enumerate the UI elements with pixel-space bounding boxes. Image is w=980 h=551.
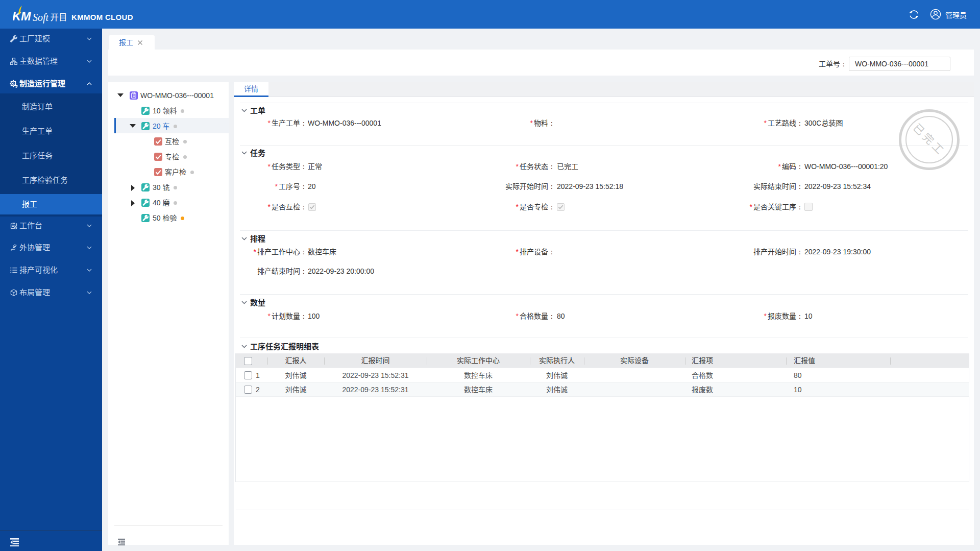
svg-text:Soft: Soft: [33, 12, 49, 23]
svg-text:KM: KM: [13, 10, 31, 23]
svg-text:已完工: 已完工: [910, 119, 949, 158]
svg-text:KMMOM CLOUD: KMMOM CLOUD: [71, 13, 133, 21]
svg-text:开目: 开目: [51, 11, 67, 23]
